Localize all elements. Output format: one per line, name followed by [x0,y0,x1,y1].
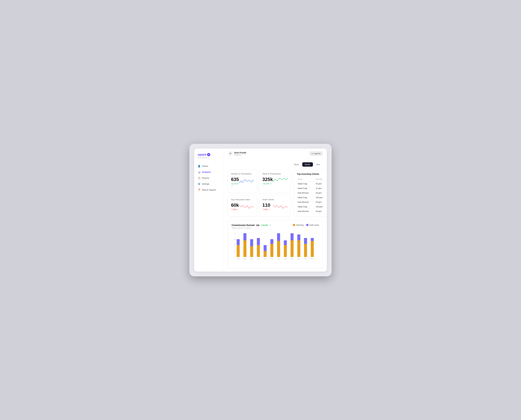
period-btn-year[interactable]: Year [313,162,323,167]
svg-rect-44 [311,238,314,241]
stat-card-transactions_value: Value of Transactions 325k +18.34% ↗ [259,170,291,193]
stat-value-avg_transaction: 60k [231,202,239,208]
device-frame: spare ✦ For Business 👤 Clients 📊 Analyti… [189,144,332,276]
client-qty: 64 gms [315,191,327,195]
stat-value-row-active_clients: 110 -7.69% ↘ [262,202,288,210]
svg-text:30k: 30k [234,239,236,240]
reports-nav-icon: 📋 [198,177,200,179]
commission-peak: 10k [256,224,260,226]
main-content: ✉ Suni Funds Distributor ⎋ Log Out WeekM… [224,149,327,272]
help-nav-label: Help & Support [202,189,216,191]
svg-text:Mar22: Mar22 [250,258,253,259]
stat-value-row-transactions_count: 635 +21.01% ↗ [231,177,254,187]
company-name: Suni Funds [234,151,246,154]
sparkline-avg_transaction [239,203,254,210]
logo-icon: ✦ [207,153,210,156]
svg-rect-32 [284,240,287,245]
svg-text:Jul22: Jul22 [277,258,280,259]
sparkline-transactions_count [239,178,254,185]
stat-value-row-transactions_value: 325k +18.34% ↗ [262,177,288,185]
svg-text:10k: 10k [234,250,236,252]
stat-title-transactions_value: Value of Transactions [262,173,288,175]
stat-value-active_clients: 110 [262,202,270,208]
sidebar-item-reports[interactable]: 📋 Reports [194,175,224,181]
table-row: Kate Morrison 64 gms ₹2,559.36 [297,191,327,195]
legend-item-gold-buy: Gold Buy [293,224,304,226]
nav-list: 👤 Clients 📊 Analytics 📋 Reports ⚙️ Setti… [194,163,224,193]
top-clients-card: Top Investing Clients NameQuantityAmount… [294,170,327,217]
stat-change-transactions_value: +18.34% ↗ [262,183,273,185]
svg-rect-13 [244,240,246,257]
stat-card-avg_transaction: Avg Transaction Value 60k -7.69% ↘ [228,195,257,217]
sidebar-item-help[interactable]: ❓ Help & Support [194,187,224,193]
analytics-nav-icon: 📊 [198,171,200,173]
client-name: Natali Craig [297,186,315,191]
sidebar-item-clients[interactable]: 👤 Clients [194,163,224,169]
stat-card-transactions_count: Number of Transactions 635 +21.01% ↗ [228,170,257,193]
svg-rect-17 [250,239,253,246]
client-name: Kate Morrison [297,209,315,214]
stat-value-row-avg_transaction: 60k -7.69% ↘ [231,202,254,210]
stat-change-transactions_count: +21.01% ↗ [231,183,239,187]
client-qty: 64 gms [315,200,327,204]
app-container: spare ✦ For Business 👤 Clients 📊 Analyti… [194,149,327,272]
period-selector: WeekMonthYear [228,162,323,167]
svg-text:May22: May22 [264,258,267,259]
legend-label: Gold Lease [309,224,319,226]
svg-rect-35 [290,233,294,240]
svg-text:Sep22: Sep22 [291,258,294,259]
svg-text:Jan22: Jan22 [237,258,239,259]
company-info: ✉ Suni Funds Distributor [228,151,246,156]
bar-chart-container: 010k20k30k40kJan22Feb22Mar22Apr22May22Ju… [232,232,319,264]
svg-text:Oct22: Oct22 [298,258,300,259]
analytics-area: WeekMonthYear Number of Transactions 635… [224,159,327,272]
commission-header: Commission Earned 10k +18.34% ↗ Highest … [232,224,319,229]
svg-text:Dec22: Dec22 [311,258,314,259]
client-qty: 82 gms [315,181,327,186]
client-qty: 64 gms [315,209,327,214]
svg-rect-37 [297,240,300,257]
svg-rect-38 [297,234,300,240]
client-name: Natali Craig [297,181,315,186]
sidebar-item-analytics[interactable]: 📊 Analytics [194,169,224,175]
table-title: Top Investing Clients [297,173,327,175]
svg-rect-29 [277,233,280,241]
svg-rect-40 [304,244,307,257]
svg-rect-10 [237,245,240,257]
svg-text:20k: 20k [234,245,236,246]
stat-value-transactions_value: 325k [262,177,273,182]
svg-text:Nov22: Nov22 [304,258,307,259]
client-name: Natali Craig [297,195,315,200]
commission-up-icon: ↗ [269,224,271,226]
svg-text:Jun22: Jun22 [271,258,273,259]
reports-nav-label: Reports [202,177,209,179]
table-row: Natali Craig 82 gms ₹6,518.18 [297,181,327,186]
sidebar-item-settings[interactable]: ⚙️ Settings [194,181,224,187]
logout-button[interactable]: ⎋ Log Out [309,151,323,156]
svg-rect-20 [257,238,260,245]
client-qty: 37 gms [315,186,327,191]
logo-sub: For Business [198,157,220,158]
stat-card-active_clients: Active Clients 110 -7.69% ↘ [259,195,291,217]
stat-change-avg_transaction: -7.69% ↘ [231,209,239,210]
chart-legend: Gold Buy Gold Lease [293,224,319,226]
table-row: Natali Craig 37 gms ₹4,754.50 [297,186,327,191]
svg-rect-22 [264,251,267,257]
client-name: Kate Morrison [297,200,315,204]
logout-icon: ⎋ [312,152,313,155]
logo-name: spare [198,153,207,157]
table-row: Kate Morrison 64 gms ₹1,965.81 [297,200,327,204]
period-btn-month[interactable]: Month [302,162,313,167]
period-btn-week[interactable]: Week [291,162,302,167]
commission-title-area: Commission Earned 10k +18.34% ↗ Highest … [232,224,271,229]
svg-rect-23 [264,245,267,251]
legend-label: Gold Buy [296,224,304,226]
legend-dot [293,224,295,226]
stat-value-transactions_count: 635 [231,177,239,182]
svg-text:Feb22: Feb22 [244,258,246,259]
svg-rect-31 [284,245,287,257]
logo: spare ✦ [198,153,220,157]
legend-dot [306,224,308,226]
client-name: Natali Craig [297,204,315,209]
help-nav-icon: ❓ [198,188,200,191]
